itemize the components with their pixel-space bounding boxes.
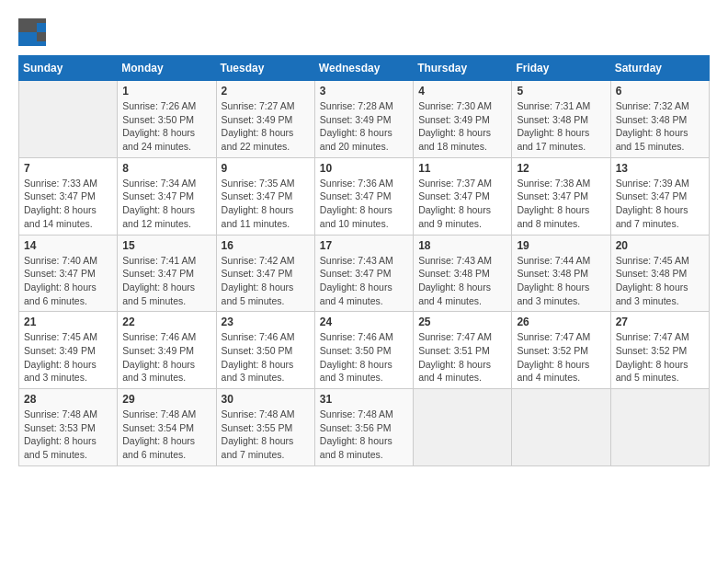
calendar-cell: 5Sunrise: 7:31 AMSunset: 3:48 PMDaylight… [512, 81, 610, 158]
day-detail: Sunrise: 7:31 AMSunset: 3:48 PMDaylight:… [517, 99, 605, 154]
day-detail: Sunrise: 7:30 AMSunset: 3:49 PMDaylight:… [418, 99, 506, 154]
day-number: 18 [418, 239, 506, 252]
day-number: 6 [616, 85, 704, 98]
day-number: 11 [418, 162, 506, 175]
calendar-cell: 6Sunrise: 7:32 AMSunset: 3:48 PMDaylight… [610, 81, 709, 158]
calendar-cell: 7Sunrise: 7:33 AMSunset: 3:47 PMDaylight… [19, 157, 118, 235]
weekday-header: Saturday [610, 56, 709, 81]
day-detail: Sunrise: 7:46 AMSunset: 3:49 PMDaylight:… [122, 330, 210, 385]
weekday-header: Tuesday [216, 56, 314, 81]
calendar-cell: 10Sunrise: 7:36 AMSunset: 3:47 PMDayligh… [314, 157, 413, 235]
calendar-week-row: 14Sunrise: 7:40 AMSunset: 3:47 PMDayligh… [19, 235, 710, 312]
weekday-header: Sunday [19, 56, 118, 81]
calendar-cell: 4Sunrise: 7:30 AMSunset: 3:49 PMDaylight… [414, 81, 512, 158]
calendar-cell: 22Sunrise: 7:46 AMSunset: 3:49 PMDayligh… [118, 312, 216, 389]
calendar-cell: 8Sunrise: 7:34 AMSunset: 3:47 PMDaylight… [118, 157, 216, 235]
day-number: 31 [320, 393, 408, 406]
calendar-cell [414, 389, 512, 466]
day-detail: Sunrise: 7:39 AMSunset: 3:47 PMDaylight:… [616, 177, 704, 231]
calendar-week-row: 28Sunrise: 7:48 AMSunset: 3:53 PMDayligh… [19, 389, 710, 466]
day-detail: Sunrise: 7:48 AMSunset: 3:54 PMDaylight:… [122, 408, 210, 462]
calendar-cell: 12Sunrise: 7:38 AMSunset: 3:47 PMDayligh… [512, 157, 610, 235]
weekday-header: Monday [118, 56, 216, 81]
day-detail: Sunrise: 7:47 AMSunset: 3:51 PMDaylight:… [418, 330, 506, 385]
day-number: 30 [222, 393, 310, 406]
day-number: 28 [24, 393, 112, 406]
day-detail: Sunrise: 7:38 AMSunset: 3:47 PMDaylight:… [517, 177, 605, 231]
calendar-cell: 19Sunrise: 7:44 AMSunset: 3:48 PMDayligh… [512, 235, 610, 312]
day-detail: Sunrise: 7:45 AMSunset: 3:49 PMDaylight:… [24, 330, 112, 385]
calendar-header-row: SundayMondayTuesdayWednesdayThursdayFrid… [19, 56, 710, 81]
calendar-cell: 27Sunrise: 7:47 AMSunset: 3:52 PMDayligh… [610, 312, 709, 389]
day-number: 13 [616, 162, 704, 175]
calendar-cell: 25Sunrise: 7:47 AMSunset: 3:51 PMDayligh… [414, 312, 512, 389]
calendar-week-row: 21Sunrise: 7:45 AMSunset: 3:49 PMDayligh… [19, 312, 710, 389]
day-number: 16 [222, 239, 310, 252]
logo [18, 18, 50, 46]
calendar-cell: 13Sunrise: 7:39 AMSunset: 3:47 PMDayligh… [610, 157, 709, 235]
day-detail: Sunrise: 7:45 AMSunset: 3:48 PMDaylight:… [616, 254, 704, 308]
day-number: 19 [517, 239, 605, 252]
day-number: 14 [24, 239, 112, 252]
day-number: 10 [320, 162, 408, 175]
day-detail: Sunrise: 7:47 AMSunset: 3:52 PMDaylight:… [616, 330, 704, 385]
day-number: 22 [122, 316, 210, 328]
day-number: 21 [24, 316, 112, 328]
day-number: 26 [517, 316, 605, 328]
day-detail: Sunrise: 7:47 AMSunset: 3:52 PMDaylight:… [517, 330, 605, 385]
calendar-cell: 17Sunrise: 7:43 AMSunset: 3:47 PMDayligh… [314, 235, 413, 312]
svg-marker-3 [37, 32, 46, 41]
day-detail: Sunrise: 7:43 AMSunset: 3:47 PMDaylight:… [320, 254, 408, 308]
day-number: 17 [320, 239, 408, 252]
day-number: 27 [616, 316, 704, 328]
day-detail: Sunrise: 7:34 AMSunset: 3:47 PMDaylight:… [122, 177, 210, 231]
day-number: 9 [222, 162, 310, 175]
calendar-cell: 15Sunrise: 7:41 AMSunset: 3:47 PMDayligh… [118, 235, 216, 312]
day-detail: Sunrise: 7:48 AMSunset: 3:55 PMDaylight:… [222, 408, 310, 462]
day-detail: Sunrise: 7:35 AMSunset: 3:47 PMDaylight:… [222, 177, 310, 231]
day-detail: Sunrise: 7:43 AMSunset: 3:48 PMDaylight:… [418, 254, 506, 308]
calendar-cell: 24Sunrise: 7:46 AMSunset: 3:50 PMDayligh… [314, 312, 413, 389]
day-number: 15 [122, 239, 210, 252]
calendar-cell: 11Sunrise: 7:37 AMSunset: 3:47 PMDayligh… [414, 157, 512, 235]
calendar-cell: 2Sunrise: 7:27 AMSunset: 3:49 PMDaylight… [216, 81, 314, 158]
calendar-cell: 26Sunrise: 7:47 AMSunset: 3:52 PMDayligh… [512, 312, 610, 389]
weekday-header: Wednesday [314, 56, 413, 81]
day-number: 23 [222, 316, 310, 328]
page-header [18, 18, 710, 46]
calendar-table: SundayMondayTuesdayWednesdayThursdayFrid… [18, 55, 710, 466]
weekday-header: Thursday [414, 56, 512, 81]
logo-icon [18, 18, 46, 46]
day-detail: Sunrise: 7:46 AMSunset: 3:50 PMDaylight:… [320, 330, 408, 385]
day-detail: Sunrise: 7:42 AMSunset: 3:47 PMDaylight:… [222, 254, 310, 308]
day-detail: Sunrise: 7:36 AMSunset: 3:47 PMDaylight:… [320, 177, 408, 231]
calendar-week-row: 7Sunrise: 7:33 AMSunset: 3:47 PMDaylight… [19, 157, 710, 235]
day-detail: Sunrise: 7:33 AMSunset: 3:47 PMDaylight:… [24, 177, 112, 231]
day-number: 20 [616, 239, 704, 252]
day-number: 3 [320, 85, 408, 98]
calendar-cell: 1Sunrise: 7:26 AMSunset: 3:50 PMDaylight… [118, 81, 216, 158]
calendar-cell: 23Sunrise: 7:46 AMSunset: 3:50 PMDayligh… [216, 312, 314, 389]
day-detail: Sunrise: 7:48 AMSunset: 3:53 PMDaylight:… [24, 408, 112, 462]
day-detail: Sunrise: 7:41 AMSunset: 3:47 PMDaylight:… [122, 254, 210, 308]
day-number: 29 [122, 393, 210, 406]
calendar-cell: 14Sunrise: 7:40 AMSunset: 3:47 PMDayligh… [19, 235, 118, 312]
calendar-cell: 21Sunrise: 7:45 AMSunset: 3:49 PMDayligh… [19, 312, 118, 389]
svg-marker-2 [37, 23, 46, 32]
calendar-cell: 30Sunrise: 7:48 AMSunset: 3:55 PMDayligh… [216, 389, 314, 466]
day-number: 12 [517, 162, 605, 175]
day-detail: Sunrise: 7:26 AMSunset: 3:50 PMDaylight:… [122, 99, 210, 154]
day-detail: Sunrise: 7:32 AMSunset: 3:48 PMDaylight:… [616, 99, 704, 154]
calendar-cell [19, 81, 118, 158]
day-detail: Sunrise: 7:48 AMSunset: 3:56 PMDaylight:… [320, 408, 408, 462]
day-number: 5 [517, 85, 605, 98]
day-detail: Sunrise: 7:40 AMSunset: 3:47 PMDaylight:… [24, 254, 112, 308]
weekday-header: Friday [512, 56, 610, 81]
calendar-cell: 3Sunrise: 7:28 AMSunset: 3:49 PMDaylight… [314, 81, 413, 158]
calendar-cell: 20Sunrise: 7:45 AMSunset: 3:48 PMDayligh… [610, 235, 709, 312]
day-detail: Sunrise: 7:44 AMSunset: 3:48 PMDaylight:… [517, 254, 605, 308]
day-detail: Sunrise: 7:37 AMSunset: 3:47 PMDaylight:… [418, 177, 506, 231]
calendar-cell [512, 389, 610, 466]
day-number: 2 [222, 85, 310, 98]
calendar-cell: 18Sunrise: 7:43 AMSunset: 3:48 PMDayligh… [414, 235, 512, 312]
